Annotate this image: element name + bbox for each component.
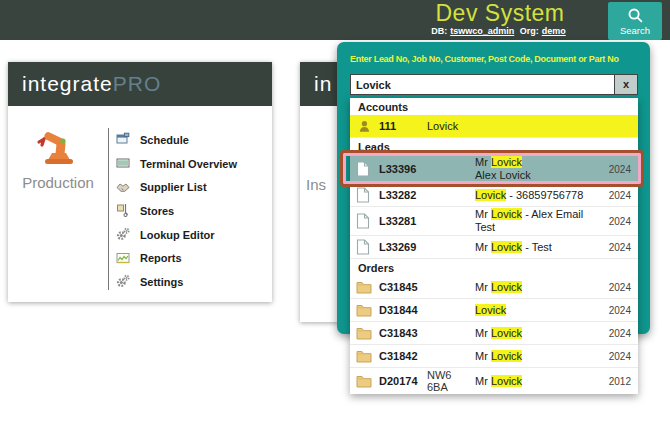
result-row-D31844[interactable]: D31844Lovick2024 <box>350 299 638 322</box>
order-icon <box>356 303 373 317</box>
search-icon <box>627 7 644 24</box>
result-id: D20174 <box>379 375 427 387</box>
result-year: 2024 <box>597 190 631 201</box>
org-label: Org: <box>520 26 539 36</box>
order-icon <box>356 374 373 388</box>
db-link[interactable]: tswwco_admin <box>450 26 514 36</box>
result-id: D31844 <box>379 304 427 316</box>
menu-item-label: Settings <box>140 276 183 288</box>
menu-item-label: Supplier List <box>140 181 207 193</box>
robot-arm-icon <box>34 154 82 171</box>
section-header-accounts: Accounts <box>350 98 638 115</box>
result-row-111[interactable]: 111Lovick <box>350 115 638 138</box>
result-id: C31842 <box>379 350 427 362</box>
result-year: 2012 <box>597 376 631 387</box>
result-row-C31842[interactable]: C31842Mr Lovick2024 <box>350 345 638 368</box>
main-menu: ScheduleTerminal OverviewSupplier ListSt… <box>116 128 266 294</box>
menu-item-settings[interactable]: Settings <box>116 270 266 294</box>
lead-icon <box>356 213 373 229</box>
result-id: L33396 <box>379 163 427 175</box>
section-header-leads: Leads <box>350 138 638 155</box>
result-year: 2024 <box>597 242 631 253</box>
result-desc: Mr Lovick - Alex Email Test <box>475 208 597 234</box>
lookup-editor-icon <box>116 227 131 242</box>
result-year: 2024 <box>597 164 631 175</box>
menu-item-schedule[interactable]: Schedule <box>116 128 266 152</box>
app-window: Dev System DB:tswwco_admin Org:demo Sear… <box>0 0 670 424</box>
db-org-line: DB:tswwco_admin Org:demo <box>400 26 600 36</box>
result-row-C31843[interactable]: C31843Mr Lovick2024 <box>350 322 638 345</box>
menu-item-reports[interactable]: Reports <box>116 246 266 270</box>
result-id: L33282 <box>379 189 427 201</box>
production-card: integratePRO Production ScheduleTermi <box>8 62 272 302</box>
section-header-orders: Orders <box>350 259 638 276</box>
order-icon <box>356 280 373 294</box>
result-desc: Mr Lovick <box>475 350 597 363</box>
result-desc: Mr Lovick <box>475 327 597 340</box>
result-desc: Mr Lovick <box>475 281 597 294</box>
result-id: C31845 <box>379 281 427 293</box>
reports-icon <box>116 251 131 266</box>
lead-icon <box>356 187 373 203</box>
background-brand-text: in <box>314 72 332 95</box>
result-row-L33281[interactable]: L33281Mr Lovick - Alex Email Test2024 <box>350 207 638 236</box>
order-icon <box>356 326 373 340</box>
clear-search-button[interactable]: x <box>615 74 638 95</box>
stores-icon <box>116 203 131 218</box>
result-row-C31845[interactable]: C31845Mr Lovick2024 <box>350 276 638 299</box>
menu-item-label: Terminal Overview <box>140 158 237 170</box>
brand-primary: integrate <box>22 72 113 95</box>
result-desc: Lovick <box>427 120 597 133</box>
result-row-L33396[interactable]: L33396Mr LovickAlex Lovick2024 <box>350 155 638 184</box>
result-id: 111 <box>379 120 427 132</box>
result-row-D20174[interactable]: D20174NW6 6BAMr Lovick2012 <box>350 368 638 394</box>
result-desc: Mr Lovick <box>475 375 597 388</box>
result-id: C31843 <box>379 327 427 339</box>
menu-divider <box>108 128 109 290</box>
result-desc: Mr LovickAlex Lovick <box>475 156 597 182</box>
db-label: DB: <box>431 26 447 36</box>
menu-item-terminal-overview[interactable]: Terminal Overview <box>116 152 266 176</box>
supplier-list-icon <box>116 180 131 195</box>
title-block: Dev System DB:tswwco_admin Org:demo <box>400 1 600 36</box>
menu-item-stores[interactable]: Stores <box>116 199 266 223</box>
result-row-L33282[interactable]: L33282Lovick - 368597567782024 <box>350 184 638 207</box>
menu-item-lookup-editor[interactable]: Lookup Editor <box>116 223 266 247</box>
result-row-L33269[interactable]: L33269Mr Lovick - Test2024 <box>350 236 638 259</box>
search-button[interactable]: Search <box>608 2 662 40</box>
app-title: Dev System <box>400 1 600 26</box>
result-id: L33269 <box>379 241 427 253</box>
result-year: 2024 <box>597 282 631 293</box>
search-button-label: Search <box>620 25 650 36</box>
lead-icon <box>356 239 373 255</box>
result-desc: Mr Lovick - Test <box>475 241 597 254</box>
order-icon <box>356 349 373 363</box>
result-id: L33281 <box>379 215 427 227</box>
result-year: 2024 <box>597 305 631 316</box>
menu-item-label: Stores <box>140 205 174 217</box>
result-subtext: Alex Lovick <box>475 169 593 182</box>
search-results: Accounts111LovickLeadsL33396Mr LovickAle… <box>350 98 638 394</box>
menu-item-label: Reports <box>140 252 182 264</box>
settings-icon <box>116 274 131 289</box>
result-year: 2024 <box>597 351 631 362</box>
search-input[interactable] <box>350 74 615 95</box>
menu-item-label: Lookup Editor <box>140 229 215 241</box>
search-input-row: x <box>350 74 638 95</box>
result-postcode: NW6 6BA <box>427 369 475 393</box>
menu-item-label: Schedule <box>140 134 189 146</box>
brand-logo: integratePRO <box>8 62 272 106</box>
search-panel: Enter Lead No, Job No, Customer, Post Co… <box>337 42 650 334</box>
terminal-overview-icon <box>116 156 131 171</box>
account-icon <box>356 119 373 134</box>
org-link[interactable]: demo <box>542 26 566 36</box>
lead-icon <box>356 161 373 177</box>
production-label: Production <box>8 174 108 191</box>
app-header: Dev System DB:tswwco_admin Org:demo Sear… <box>0 0 670 40</box>
result-desc: Lovick - 36859756778 <box>475 189 597 202</box>
menu-item-supplier-list[interactable]: Supplier List <box>116 175 266 199</box>
result-year: 2024 <box>597 216 631 227</box>
production-module[interactable]: Production <box>8 126 108 191</box>
result-year: 2024 <box>597 328 631 339</box>
result-desc: Lovick <box>475 304 597 317</box>
